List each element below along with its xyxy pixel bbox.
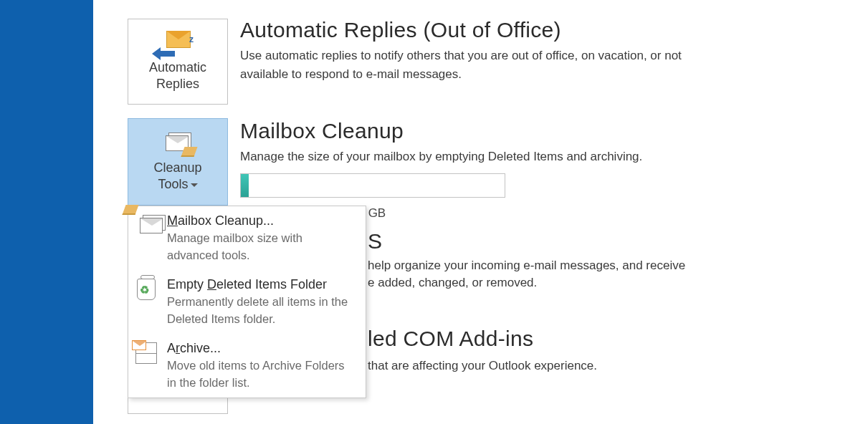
automatic-replies-icon: z (162, 31, 194, 55)
addins-desc-part: that are affecting your Outlook experien… (368, 357, 597, 375)
menu-item-archive[interactable]: Archive... Move old items to Archive Fol… (128, 334, 366, 398)
backstage-sidebar[interactable] (0, 0, 93, 424)
menu-item-title: Archive... (167, 341, 356, 356)
recycle-icon: ♻ (135, 277, 163, 303)
rules-desc-part1: help organize your incoming e-mail messa… (368, 256, 685, 275)
cleanup-tools-label: Cleanup Tools (153, 160, 201, 193)
addins-heading-suffix: led COM Add-ins (368, 327, 533, 351)
menu-item-mailbox-cleanup[interactable]: Mailbox Cleanup... Manage mailbox size w… (128, 206, 366, 270)
menu-item-desc: Move old items to Archive Folders in the… (167, 357, 356, 392)
cleanup-tools-tile[interactable]: Cleanup Tools (128, 118, 228, 206)
menu-item-title: Mailbox Cleanup... (167, 213, 356, 228)
cleanup-tools-icon (161, 131, 194, 155)
menu-item-desc: Manage mailbox size with advanced tools. (167, 230, 356, 264)
archive-icon (135, 341, 163, 367)
automatic-replies-desc: Use automatic replies to notify others t… (240, 47, 720, 85)
backstage-content: z Automatic Replies Cleanup Tools Automa… (93, 0, 868, 424)
cleanup-tools-menu: Mailbox Cleanup... Manage mailbox size w… (128, 206, 366, 398)
rules-desc-part2: e added, changed, or removed. (368, 274, 537, 292)
rules-heading-suffix: S (368, 229, 382, 254)
automatic-replies-heading: Automatic Replies (Out of Office) (240, 18, 720, 42)
menu-item-title: Empty Deleted Items Folder (167, 277, 356, 292)
mailbox-cleanup-desc: Manage the size of your mailbox by empty… (240, 148, 642, 166)
automatic-replies-tile[interactable]: z Automatic Replies (128, 19, 228, 105)
mailbox-quota-bar (240, 173, 505, 198)
chevron-down-icon (191, 183, 198, 187)
automatic-replies-label: Automatic Replies (149, 59, 206, 93)
menu-item-desc: Permanently delete all items in the Dele… (167, 294, 356, 328)
mailbox-cleanup-heading: Mailbox Cleanup (240, 119, 642, 143)
mailbox-cleanup-icon (135, 213, 163, 239)
menu-item-empty-deleted[interactable]: ♻ Empty Deleted Items Folder Permanently… (128, 270, 366, 334)
